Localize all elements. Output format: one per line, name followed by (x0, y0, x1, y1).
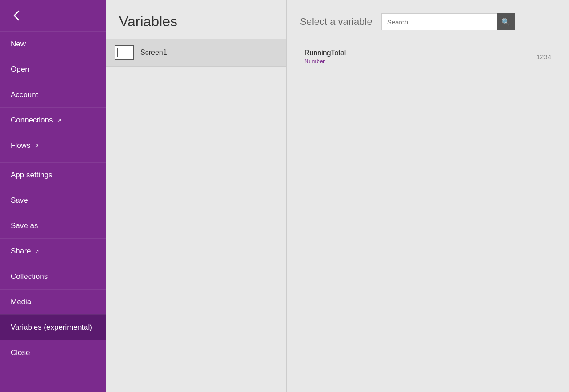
sidebar-item-label: Save (11, 196, 28, 205)
search-button[interactable]: 🔍 (497, 13, 515, 30)
sidebar-item-share[interactable]: Share ↗ (0, 238, 106, 264)
screen-list: Screen1 (106, 39, 286, 67)
sidebar-item-app-settings[interactable]: App settings (0, 162, 106, 188)
sidebar-item-label: App settings (11, 171, 53, 180)
sidebar-item-save[interactable]: Save (0, 188, 106, 213)
sidebar-item-label: Variables (experimental) (11, 323, 92, 332)
page-title: Variables (119, 13, 273, 30)
sidebar-item-variables[interactable]: Variables (experimental) (0, 314, 106, 340)
external-link-icon: ↗ (34, 248, 39, 255)
sidebar-item-label: Open (11, 65, 29, 74)
select-variable-label: Select a variable (300, 16, 373, 28)
sidebar-item-collections[interactable]: Collections (0, 264, 106, 289)
sidebar-item-label: Save as (11, 221, 38, 230)
sidebar-item-label: New (11, 40, 26, 49)
right-panel: Select a variable 🔍 RunningTotal Number … (286, 0, 569, 392)
sidebar-item-save-as[interactable]: Save as (0, 213, 106, 238)
sidebar-item-label: Close (11, 348, 30, 357)
variable-info: RunningTotal Number (304, 49, 536, 65)
right-header: Select a variable 🔍 (300, 13, 556, 30)
sidebar-item-label: Connections (11, 116, 53, 125)
variable-name: RunningTotal (304, 49, 536, 57)
sidebar-item-label: Collections (11, 272, 48, 281)
sidebar-item-open[interactable]: Open (0, 57, 106, 82)
variable-row[interactable]: RunningTotal Number 1234 (300, 44, 556, 70)
middle-panel: Variables Screen1 (106, 0, 286, 392)
search-icon: 🔍 (501, 18, 510, 26)
sidebar-item-label: Share (11, 247, 31, 256)
search-box: 🔍 (381, 13, 515, 30)
external-link-icon: ↗ (34, 143, 39, 149)
sidebar-item-flows[interactable]: Flows ↗ (0, 133, 106, 158)
screen-item[interactable]: Screen1 (106, 39, 286, 67)
variable-type: Number (304, 58, 536, 65)
sidebar-item-close[interactable]: Close (0, 340, 106, 365)
variable-value: 1234 (536, 53, 551, 61)
sidebar-item-label: Flows (11, 141, 30, 150)
sidebar-item-media[interactable]: Media (0, 289, 106, 314)
screen-thumbnail-icon (115, 45, 134, 60)
sidebar-item-label: Media (11, 298, 31, 306)
back-button[interactable] (0, 0, 106, 31)
sidebar-item-new[interactable]: New (0, 31, 106, 57)
search-input[interactable] (382, 18, 497, 26)
sidebar: New Open Account Connections ↗ Flows ↗ A… (0, 0, 106, 392)
middle-header: Variables (106, 0, 286, 39)
screen-name: Screen1 (140, 49, 167, 57)
sidebar-item-connections[interactable]: Connections ↗ (0, 107, 106, 133)
sidebar-item-account[interactable]: Account (0, 82, 106, 107)
sidebar-item-label: Account (11, 90, 38, 99)
external-link-icon: ↗ (57, 117, 61, 124)
divider (0, 160, 106, 160)
